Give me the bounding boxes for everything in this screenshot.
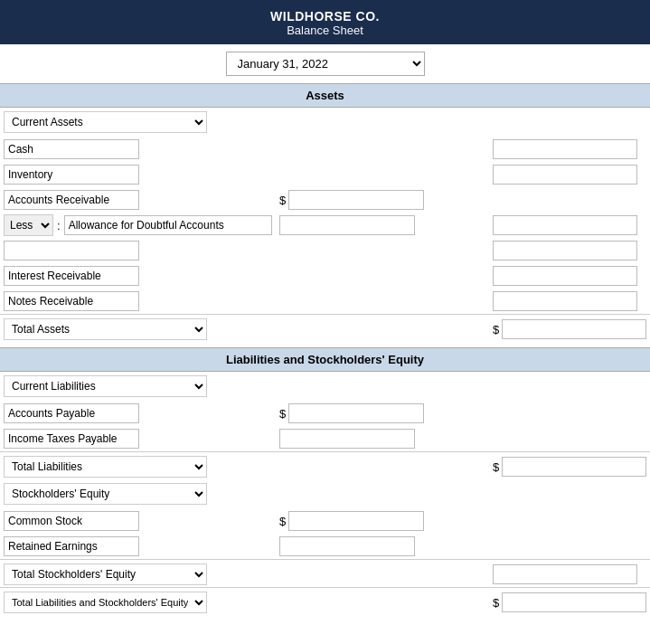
itp-label-cell (4, 429, 279, 449)
current-assets-dropdown[interactable]: Current Assets (4, 111, 207, 133)
total-liabilities-label-cell: Total Liabilities (4, 456, 279, 478)
less-dropdown[interactable]: Less Add (4, 214, 53, 236)
net-ar-right-cell (493, 241, 646, 260)
accounts-receivable-row: $ (0, 187, 650, 213)
total-l-se-dollar: $ (493, 596, 499, 610)
inventory-row (0, 162, 650, 187)
total-l-se-label-cell: Total Liabilities and Stockholders' Equi… (4, 592, 279, 613)
ar-mid-cell: $ (279, 190, 433, 210)
total-liabilities-value-input[interactable] (502, 457, 646, 477)
current-liabilities-label-cell: Current Liabilities (4, 375, 279, 397)
total-liabilities-row: Total Liabilities $ (0, 451, 650, 479)
itp-label-input[interactable] (4, 429, 139, 449)
cs-mid-cell: $ (279, 511, 433, 531)
total-assets-dropdown[interactable]: Total Assets (4, 318, 207, 340)
inventory-label-input[interactable] (4, 165, 139, 185)
total-l-se-dropdown[interactable]: Total Liabilities and Stockholders' Equi… (4, 592, 207, 613)
retained-earnings-row (0, 534, 650, 559)
total-assets-dollar: $ (493, 323, 499, 336)
ir-label-cell (4, 266, 279, 286)
common-stock-row: $ (0, 508, 650, 534)
date-row: January 31, 2022 February 28, 2022 March… (0, 44, 650, 83)
ir-right-cell (493, 266, 646, 286)
ap-dollar: $ (279, 407, 286, 421)
assets-section-header: Assets (0, 83, 650, 108)
ar-label-input[interactable] (4, 190, 139, 210)
re-mid-input[interactable] (279, 536, 415, 556)
total-liabilities-dropdown[interactable]: Total Liabilities (4, 456, 207, 478)
total-l-se-value-input[interactable] (502, 592, 646, 612)
income-taxes-row (0, 426, 650, 451)
notes-receivable-row (0, 289, 650, 314)
total-se-dropdown[interactable]: Total Stockholders' Equity (4, 564, 207, 585)
current-assets-row: Current Assets (0, 108, 650, 137)
current-liabilities-dropdown[interactable]: Current Liabilities (4, 375, 207, 397)
inventory-right-cell (493, 165, 646, 185)
sheet-container: WILDHORSE CO. Balance Sheet January 31, … (0, 0, 650, 619)
total-assets-right-cell: $ (493, 319, 646, 339)
allowance-mid-cell (279, 215, 433, 235)
total-liabilities-dollar: $ (493, 460, 499, 474)
date-select[interactable]: January 31, 2022 February 28, 2022 March… (226, 52, 425, 76)
allowance-right-input[interactable] (493, 215, 637, 235)
nr-label-cell (4, 291, 279, 311)
cash-value-input[interactable] (493, 139, 637, 159)
total-assets-label-cell: Total Assets (4, 318, 279, 340)
net-ar-label-input[interactable] (4, 241, 139, 260)
total-se-row: Total Stockholders' Equity (0, 559, 650, 587)
cs-label-input[interactable] (4, 511, 139, 531)
allowance-right-cell (493, 215, 646, 235)
accounts-payable-row: $ (0, 401, 650, 426)
stockholders-equity-row: Stockholders' Equity (0, 479, 650, 508)
liabilities-section-header: Liabilities and Stockholders' Equity (0, 347, 650, 372)
net-ar-row (0, 238, 650, 263)
report-title: Balance Sheet (0, 24, 650, 37)
ap-label-input[interactable] (4, 403, 139, 423)
colon: : (57, 219, 61, 232)
total-l-se-row: Total Liabilities and Stockholders' Equi… (0, 587, 650, 619)
re-label-cell (4, 536, 279, 556)
ir-label-input[interactable] (4, 266, 139, 286)
inventory-label-cell (4, 165, 279, 185)
interest-receivable-row (0, 263, 650, 289)
total-l-se-right-cell: $ (493, 592, 646, 612)
cash-label-input[interactable] (4, 139, 139, 159)
ir-value-input[interactable] (493, 266, 637, 286)
re-mid-cell (279, 536, 433, 556)
itp-mid-input[interactable] (279, 429, 415, 449)
ar-label-cell (4, 190, 279, 210)
inventory-value-input[interactable] (493, 165, 637, 185)
cs-dollar: $ (279, 515, 286, 528)
total-se-right-cell (493, 564, 646, 584)
allowance-mid-input[interactable] (279, 215, 415, 235)
total-assets-value-input[interactable] (502, 319, 646, 339)
ap-mid-cell: $ (279, 403, 433, 423)
total-se-label-cell: Total Stockholders' Equity (4, 564, 279, 585)
re-label-input[interactable] (4, 536, 139, 556)
nr-value-input[interactable] (493, 291, 637, 311)
total-se-value-input[interactable] (493, 564, 637, 584)
total-assets-row: Total Assets $ (0, 314, 650, 342)
stockholders-equity-dropdown[interactable]: Stockholders' Equity (4, 483, 207, 505)
ap-mid-input[interactable] (288, 403, 424, 423)
company-name: WILDHORSE CO. (0, 9, 650, 24)
less-allowance-row: Less Add : (0, 213, 650, 238)
allowance-label-input[interactable] (64, 215, 272, 235)
nr-right-cell (493, 291, 646, 311)
current-assets-label: Current Assets (4, 111, 279, 133)
cash-right-cell (493, 139, 646, 159)
current-liabilities-row: Current Liabilities (0, 372, 650, 401)
cs-label-cell (4, 511, 279, 531)
nr-label-input[interactable] (4, 291, 139, 311)
ar-mid-input[interactable] (288, 190, 424, 210)
cash-row (0, 137, 650, 162)
cs-mid-input[interactable] (288, 511, 424, 531)
cash-label-cell (4, 139, 279, 159)
se-label-cell: Stockholders' Equity (4, 483, 279, 505)
header: WILDHORSE CO. Balance Sheet (0, 0, 650, 44)
ap-label-cell (4, 403, 279, 423)
total-liabilities-right-cell: $ (493, 457, 646, 477)
itp-mid-cell (279, 429, 433, 449)
ar-dollar: $ (279, 194, 286, 207)
net-ar-right-input[interactable] (493, 241, 637, 260)
